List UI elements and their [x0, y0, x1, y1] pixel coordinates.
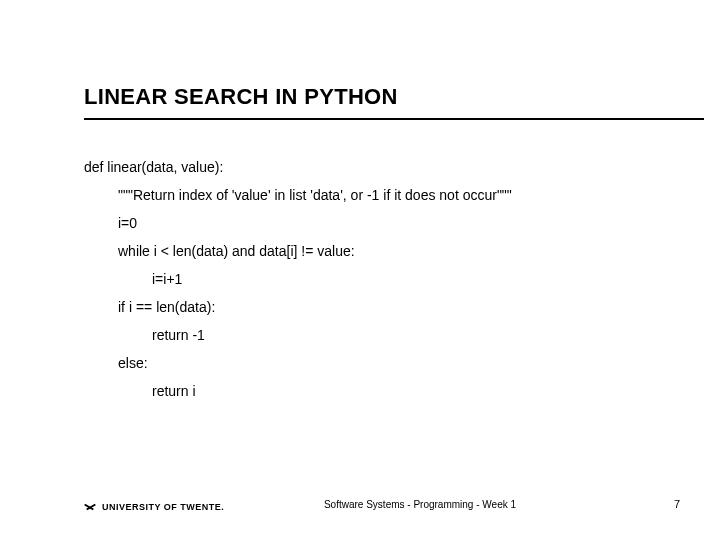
code-line-init: i=0	[84, 216, 644, 230]
title-rule	[84, 118, 704, 120]
code-line-retneg: return -1	[84, 328, 644, 342]
code-line-while: while i < len(data) and data[i] != value…	[84, 244, 644, 258]
code-line-incr: i=i+1	[84, 272, 644, 286]
footer-center-text: Software Systems - Programming - Week 1	[0, 499, 720, 510]
code-line-reti: return i	[84, 384, 644, 398]
slide-title: LINEAR SEARCH IN PYTHON	[84, 84, 398, 110]
code-line-else: else:	[84, 356, 644, 370]
code-line-doc: """Return index of 'value' in list 'data…	[84, 188, 644, 202]
code-line-if: if i == len(data):	[84, 300, 644, 314]
code-block: def linear(data, value): """Return index…	[84, 160, 644, 412]
code-line-def: def linear(data, value):	[84, 160, 644, 174]
page-number: 7	[674, 498, 680, 510]
slide: LINEAR SEARCH IN PYTHON def linear(data,…	[0, 0, 720, 540]
